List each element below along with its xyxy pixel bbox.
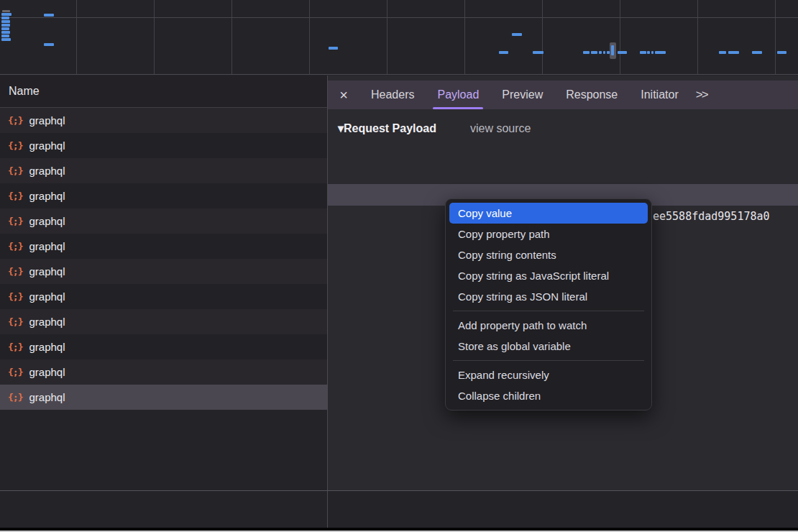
overview-gridline <box>0 17 798 18</box>
menu-item-expand-recursively[interactable]: Expand recursively <box>449 364 648 385</box>
table-row[interactable]: {;}graphql <box>0 158 327 183</box>
json-braces-icon: {;} <box>8 216 22 226</box>
json-braces-icon: {;} <box>8 266 22 277</box>
menu-separator <box>453 311 644 311</box>
request-timing-bar <box>599 51 602 54</box>
tab-response[interactable]: Response <box>554 81 629 109</box>
tab-payload[interactable]: Payload <box>426 81 490 109</box>
table-row[interactable]: {;}graphql <box>0 208 327 234</box>
tab-headers[interactable]: Headers <box>359 81 426 109</box>
request-timing-bar <box>647 51 650 54</box>
tab-initiator[interactable]: Initiator <box>629 81 689 109</box>
view-source-link[interactable]: view source <box>470 122 531 135</box>
request-list: {;}graphql{;}graphql{;}graphql{;}graphql… <box>0 108 327 410</box>
request-name: graphql <box>29 265 65 278</box>
overview-gray-bar <box>2 10 10 12</box>
name-column-label: Name <box>9 85 40 98</box>
request-timing-bar <box>1 13 12 16</box>
menu-item-copy-value[interactable]: Copy value <box>449 203 648 224</box>
tab-preview[interactable]: Preview <box>490 81 554 109</box>
table-row[interactable]: {;}graphql <box>0 359 327 385</box>
variables-value-continuation: ee5588fdad995178a0 <box>653 206 770 227</box>
chevron-double-right-icon[interactable]: >> <box>696 88 707 102</box>
menu-item-copy-property-path[interactable]: Copy property path <box>449 224 648 244</box>
request-timing-bar <box>603 51 605 54</box>
table-row[interactable]: {;}graphql <box>0 309 327 334</box>
requests-panel: Name {;}graphql{;}graphql{;}graphql{;}gr… <box>0 75 327 490</box>
json-braces-icon: {;} <box>8 291 22 302</box>
table-row[interactable]: {;}graphql <box>0 133 327 158</box>
overview-gridline <box>542 0 543 74</box>
json-braces-icon: {;} <box>8 115 22 126</box>
table-row[interactable]: {;}graphql <box>0 259 327 284</box>
menu-item-copy-string-contents[interactable]: Copy string contents <box>449 244 648 265</box>
status-footer <box>0 490 798 528</box>
payload-root-row[interactable]: ▼{operationName: "ipFlowTimeseries", var… <box>328 141 798 162</box>
request-name: graphql <box>29 341 65 353</box>
request-timing-bar <box>44 43 54 46</box>
request-name: graphql <box>29 165 65 177</box>
table-row[interactable]: {;}graphql <box>0 385 327 410</box>
request-name: graphql <box>29 366 65 378</box>
table-row[interactable]: {;}graphql <box>0 108 327 133</box>
table-row[interactable]: {;}graphql <box>0 234 327 259</box>
context-menu: Copy valueCopy property pathCopy string … <box>445 198 652 411</box>
overview-gridline <box>154 0 155 74</box>
request-timing-bar <box>651 51 653 54</box>
json-braces-icon: {;} <box>8 241 22 252</box>
request-payload-header: ▾ Request Payload view source <box>328 109 798 141</box>
table-row[interactable]: {;}graphql <box>0 334 327 359</box>
query-value-continuation: untTag: string, $f <box>653 184 798 206</box>
payload-operation-row[interactable]: operationName: "ipFlowTimeseries" <box>328 162 798 184</box>
request-timing-bar <box>583 51 590 54</box>
request-timing-bar <box>719 51 726 54</box>
overview-gridline <box>231 0 232 74</box>
request-name: graphql <box>29 190 65 202</box>
detail-tab-bar: × HeadersPayloadPreviewResponseInitiator… <box>328 81 798 109</box>
table-row[interactable]: {;}graphql <box>0 183 327 208</box>
devtools-network-panel: Name {;}graphql{;}graphql{;}graphql{;}gr… <box>0 0 798 532</box>
request-timing-bar <box>512 33 522 36</box>
menu-separator <box>453 360 644 361</box>
request-timing-bar <box>1 38 11 41</box>
request-name: graphql <box>29 114 65 127</box>
request-timing-bar <box>329 47 338 50</box>
section-collapse-triangle[interactable]: ▾ <box>338 121 344 135</box>
selected-request-marker <box>610 42 616 59</box>
table-row[interactable]: {;}graphql <box>0 284 327 309</box>
menu-item-store-as-global-variable[interactable]: Store as global variable <box>449 336 648 357</box>
overview-gridline <box>309 0 310 74</box>
request-timing-bar <box>44 14 54 17</box>
request-name: graphql <box>29 290 65 303</box>
json-braces-icon: {;} <box>8 140 22 151</box>
request-timing-bar <box>640 51 646 54</box>
name-column-header[interactable]: Name <box>0 75 327 108</box>
request-timing-bar <box>533 51 544 54</box>
request-name: graphql <box>29 316 65 328</box>
json-braces-icon: {;} <box>8 316 22 327</box>
request-timing-bar <box>1 27 9 30</box>
request-timing-bar <box>655 51 666 54</box>
menu-item-copy-string-as-javascript-literal[interactable]: Copy string as JavaScript literal <box>449 265 648 286</box>
json-braces-icon: {;} <box>8 191 22 201</box>
overview-gridline <box>387 0 387 74</box>
request-name: graphql <box>29 139 65 152</box>
request-timing-bar <box>1 17 9 19</box>
menu-item-collapse-children[interactable]: Collapse children <box>449 385 648 406</box>
request-name: graphql <box>29 391 65 403</box>
overview-gridline <box>76 0 77 74</box>
overview-gridline <box>775 0 776 74</box>
close-icon[interactable]: × <box>328 87 359 104</box>
overview-gridline <box>697 0 698 74</box>
json-braces-icon: {;} <box>8 341 22 352</box>
network-overview-timeline[interactable] <box>0 0 798 75</box>
request-timing-bar <box>728 51 739 54</box>
json-braces-icon: {;} <box>8 165 22 176</box>
menu-item-add-property-path-to-watch[interactable]: Add property path to watch <box>449 315 648 336</box>
menu-item-copy-string-as-json-literal[interactable]: Copy string as JSON literal <box>449 286 648 307</box>
request-name: graphql <box>29 215 65 227</box>
tabs-container: HeadersPayloadPreviewResponseInitiator <box>359 81 690 109</box>
request-timing-bar <box>777 51 786 54</box>
overview-gridline <box>464 0 465 74</box>
request-timing-bar <box>1 35 9 37</box>
